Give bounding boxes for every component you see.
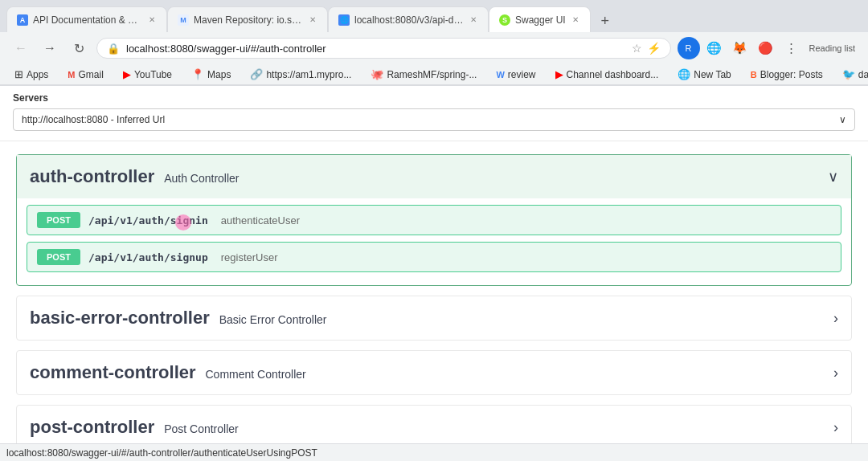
bookmark-gmail-label: Gmail [79, 69, 104, 80]
tab-bar: A API Documentation & Design To... ✕ M M… [0, 0, 868, 32]
comment-controller-section: comment-controller Comment Controller › [16, 350, 852, 395]
blogger-icon: B [751, 70, 757, 80]
tab-swagger[interactable]: S Swagger UI ✕ [489, 6, 591, 32]
status-bar: localhost:8080/swagger-ui/#/auth-control… [0, 443, 868, 459]
tab-close-maven[interactable]: ✕ [308, 14, 317, 26]
auth-controller-header[interactable]: auth-controller Auth Controller ∨ [17, 155, 851, 198]
tab-title-maven: Maven Repository: io.springfox... [194, 14, 303, 26]
bookmark-youtube[interactable]: ▶ YouTube [118, 67, 177, 82]
basic-error-controller-name: basic-error-controller [30, 308, 210, 328]
back-button[interactable]: ← [10, 37, 32, 59]
new-tab-button[interactable]: + [594, 10, 616, 32]
address-bar-row: ← → ↻ 🔒 localhost:8080/swagger-ui/#/auth… [0, 32, 868, 64]
address-bar[interactable]: 🔒 localhost:8080/swagger-ui/#/auth-contr… [96, 38, 671, 59]
bookmark-blogger-label: Blogger: Posts [760, 69, 823, 80]
bookmark-newtab[interactable]: 🌐 New Tab [673, 67, 735, 82]
signup-method-badge: POST [37, 249, 80, 265]
extensions-icon[interactable]: ⚡ [647, 42, 661, 55]
url-text: localhost:8080/swagger-ui/#/auth-control… [126, 43, 625, 55]
comment-controller-subtitle: Comment Controller [205, 368, 305, 381]
servers-dropdown[interactable]: http://localhost:8080 - Inferred Url ∨ [13, 108, 855, 131]
maps-icon: 📍 [191, 68, 204, 80]
bookmark-github-label: RameshMF/spring-... [387, 69, 477, 80]
basic-error-chevron-right: › [833, 310, 838, 327]
post-title-area: post-controller Post Controller [30, 417, 239, 438]
star-icon[interactable]: ☆ [632, 42, 642, 55]
bookmark-apps[interactable]: ⊞ Apps [10, 67, 53, 82]
auth-endpoints-container: POST /api/v1/auth/signin authenticateUse… [17, 205, 851, 285]
bookmark-channel[interactable]: ▶ Channel dashboard... [551, 67, 664, 82]
auth-controller-chevron-down: ∨ [828, 168, 838, 186]
tab-localhost-docs[interactable]: 🌐 localhost:8080/v3/api-docs ✕ [328, 6, 489, 32]
tab-close-swagger[interactable]: ✕ [571, 14, 580, 26]
bookmark-youtube-label: YouTube [134, 69, 172, 80]
basic-error-title-area: basic-error-controller Basic Error Contr… [30, 308, 326, 328]
auth-controller-subtitle: Auth Controller [164, 172, 239, 185]
tab-title-swagger: Swagger UI [515, 14, 566, 26]
reading-list-button[interactable]: Reading list [806, 43, 858, 53]
bookmark-blogger[interactable]: B Blogger: Posts [746, 67, 828, 82]
bookmark-github[interactable]: 🐙 RameshMF/spring-... [366, 67, 481, 82]
tab-close-localhost[interactable]: ✕ [469, 14, 478, 26]
bookmark-dada[interactable]: 🐦 dada [837, 67, 868, 82]
tab-title-api-docs: API Documentation & Design To... [33, 14, 142, 26]
post-controller-name: post-controller [30, 417, 154, 437]
auth-controller-section: auth-controller Auth Controller ∨ POST /… [16, 154, 852, 286]
address-bar-icons: ☆ ⚡ [632, 42, 661, 55]
gmail-icon: M [68, 70, 75, 80]
signin-path: /api/v1/auth/signin [88, 214, 208, 226]
reload-button[interactable]: ↻ [68, 37, 90, 59]
comment-controller-header[interactable]: comment-controller Comment Controller › [17, 351, 851, 394]
post-chevron-right: › [833, 419, 838, 436]
signin-endpoint-row[interactable]: POST /api/v1/auth/signin authenticateUse… [27, 205, 841, 235]
bookmark-maps-label: Maps [207, 69, 231, 80]
page-content: Servers http://localhost:8080 - Inferred… [0, 86, 868, 459]
bookmark-newtab-label: New Tab [694, 69, 731, 80]
post-controller-header[interactable]: post-controller Post Controller › [17, 406, 851, 449]
github-icon: 🐙 [371, 68, 383, 80]
tab-close-api-docs[interactable]: ✕ [147, 14, 157, 26]
tab-api-docs[interactable]: A API Documentation & Design To... ✕ [6, 6, 167, 32]
extension3-button[interactable]: 🔴 [755, 37, 777, 59]
more-menu-button[interactable]: ⋮ [780, 37, 803, 59]
tab-favicon: A [17, 14, 28, 26]
bookmark-review-label: review [508, 69, 536, 80]
extension2-button[interactable]: 🦊 [729, 37, 751, 59]
servers-dropdown-value: http://localhost:8080 - Inferred Url [22, 114, 165, 125]
signup-endpoint-row[interactable]: POST /api/v1/auth/signup registerUser [27, 242, 841, 272]
forward-button[interactable]: → [39, 37, 61, 59]
lock-icon: 🔒 [107, 43, 120, 55]
bookmark-apps-label: Apps [27, 69, 48, 80]
auth-controller-title-area: auth-controller Auth Controller [30, 166, 240, 187]
signup-desc: registerUser [221, 251, 278, 263]
comment-controller-name: comment-controller [30, 362, 196, 382]
newtab-icon: 🌐 [678, 68, 690, 80]
bookmark-gmail[interactable]: M Gmail [63, 67, 108, 82]
toolbar-icons: R 🌐 🦊 🔴 ⋮ Reading list [678, 37, 858, 59]
comment-title-area: comment-controller Comment Controller [30, 362, 306, 383]
bookmark-maps[interactable]: 📍 Maps [186, 67, 235, 82]
servers-section: Servers http://localhost:8080 - Inferred… [0, 86, 868, 141]
bookmark-link-label: https://am1.mypro... [266, 69, 351, 80]
comment-chevron-right: › [833, 365, 838, 381]
tab-favicon-maven: M [178, 14, 189, 26]
servers-label: Servers [13, 92, 855, 104]
channel-icon: ▶ [555, 68, 563, 80]
basic-error-controller-header[interactable]: basic-error-controller Basic Error Contr… [17, 296, 851, 340]
tab-title-localhost: localhost:8080/v3/api-docs [354, 14, 464, 26]
signin-desc: authenticateUser [221, 214, 300, 226]
profile-button[interactable]: R [678, 37, 700, 59]
servers-dropdown-arrow: ∨ [839, 114, 846, 125]
api-main: auth-controller Auth Controller ∨ POST /… [0, 141, 868, 459]
status-bar-text: localhost:8080/swagger-ui/#/auth-control… [6, 447, 317, 459]
tab-favicon-swagger: S [499, 14, 510, 26]
post-controller-subtitle: Post Controller [164, 422, 239, 435]
auth-controller-name: auth-controller [30, 166, 154, 186]
tab-maven[interactable]: M Maven Repository: io.springfox... ✕ [167, 6, 328, 32]
browser-chrome: A API Documentation & Design To... ✕ M M… [0, 0, 868, 86]
basic-error-controller-section: basic-error-controller Basic Error Contr… [16, 296, 852, 341]
bookmark-link[interactable]: 🔗 https://am1.mypro... [245, 67, 356, 82]
extension1-button[interactable]: 🌐 [703, 37, 726, 59]
signup-path: /api/v1/auth/signup [88, 251, 208, 263]
bookmark-review[interactable]: W review [491, 67, 540, 82]
